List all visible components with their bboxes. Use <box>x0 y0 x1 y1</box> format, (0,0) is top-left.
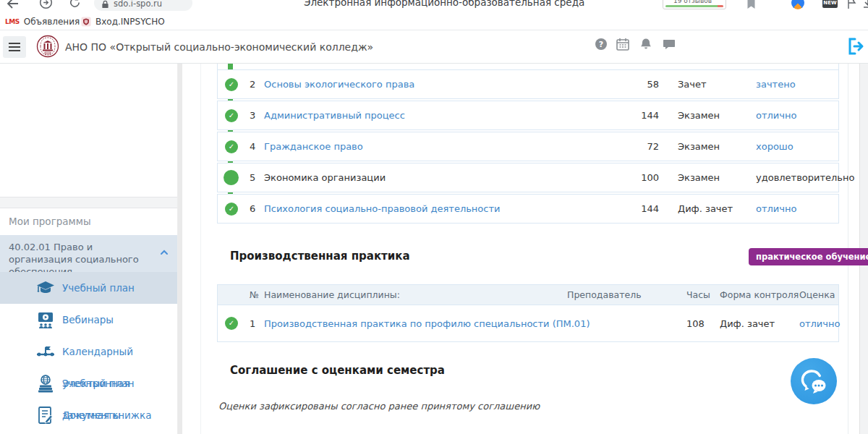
bookmark-label: Объявления <box>24 17 80 27</box>
row-number: 2 <box>250 70 255 98</box>
logout-icon[interactable] <box>845 36 865 56</box>
org-title: АНО ПО «Открытый социально-экономический… <box>65 30 373 64</box>
sidebar-item-webinars[interactable]: Вебинары <box>0 304 177 336</box>
new-extension-badge[interactable]: NEW <box>822 0 838 8</box>
milestone-icon <box>36 342 55 361</box>
progress-dot-icon <box>224 170 239 185</box>
discipline-row: 5 Экономика организации 100 Экзамен удов… <box>217 163 839 192</box>
discipline-link[interactable]: Психология социально-правовой деятельнос… <box>264 195 501 223</box>
rating-bar <box>665 5 723 7</box>
hours: 72 <box>627 132 659 161</box>
practice-link[interactable]: Производственная практика по профилю спе… <box>264 305 590 341</box>
hours: 58 <box>627 70 659 98</box>
sidebar-item-label: Календарный учебный план <box>62 336 177 367</box>
globe-books-icon <box>36 374 55 393</box>
practice-row: ✓ 1 Производственная практика по профилю… <box>218 305 838 341</box>
grade-link[interactable]: отлично <box>756 195 796 223</box>
browser-page-title: Электронная информационно-образовательна… <box>304 0 584 8</box>
reload-icon[interactable] <box>68 0 82 9</box>
col-number: № <box>250 285 259 305</box>
row-number: 6 <box>250 195 255 223</box>
practice-table: № Наименование дисциплины: Преподаватель… <box>217 284 839 342</box>
bell-icon[interactable] <box>639 38 652 51</box>
row-number: 5 <box>250 163 255 192</box>
menu-toggle-button[interactable] <box>3 36 26 58</box>
chevron-up-icon <box>160 248 169 257</box>
browser-profile-icon[interactable] <box>791 0 804 9</box>
sidebar-item-label: Учебный план <box>62 272 135 304</box>
discipline-row: ✓ 6 Психология социально-правовой деятел… <box>217 194 839 224</box>
calendar-icon[interactable] <box>616 38 629 51</box>
control-form: Экзамен <box>678 132 720 161</box>
back-icon[interactable] <box>6 0 20 11</box>
check-circle-icon: ✓ <box>225 78 238 91</box>
check-circle-icon: ✓ <box>225 203 238 216</box>
url-text: sdo.i-spo.ru <box>114 0 162 9</box>
control-form: Экзамен <box>678 101 720 129</box>
report-flag-icon[interactable] <box>846 0 858 9</box>
hours: 144 <box>627 195 659 223</box>
sidebar-item-gradebook[interactable]: Электронная зачетная книжка <box>0 367 177 399</box>
grade-link[interactable]: отлично <box>799 305 840 341</box>
truncated-row <box>217 64 839 69</box>
bookmark-label: Вход.INPSYCHO <box>95 17 165 27</box>
col-teacher: Преподаватель <box>567 285 642 305</box>
discipline-link[interactable]: Основы экологического права <box>264 70 414 98</box>
grade-link[interactable]: хорошо <box>756 132 793 161</box>
sidebar-divider <box>0 197 177 208</box>
sidebar-item-label: Документы <box>62 399 121 431</box>
hours: 144 <box>627 101 659 129</box>
bookmark-flag-icon[interactable] <box>746 0 756 9</box>
sidebar-item-curriculum[interactable]: Учебный план <box>0 272 177 304</box>
check-circle-icon: ✓ <box>225 140 238 153</box>
discipline-name: Экономика организации <box>264 163 386 192</box>
forward-circle-icon[interactable] <box>39 0 53 9</box>
discipline-link[interactable]: Административный процесс <box>264 101 405 129</box>
bookmark-lms[interactable]: LMS Объявления <box>5 13 80 30</box>
practice-table-header: № Наименование дисциплины: Преподаватель… <box>218 285 838 305</box>
control-form: Зачет <box>678 70 707 98</box>
sidebar-section-title: Мои программы <box>0 208 177 235</box>
col-grade: Оценка <box>799 285 835 305</box>
sidebar-item-label: Электронная зачетная книжка <box>62 367 177 399</box>
hours: 108 <box>686 305 705 341</box>
sidebar-item-calendar-plan[interactable]: Календарный учебный план <box>0 336 177 367</box>
agreement-note: Оценки зафиксированы согласно ранее прин… <box>218 401 540 412</box>
control-form: Диф. зачет <box>678 195 733 223</box>
col-hours: Часы <box>686 285 710 305</box>
grade-link[interactable]: отлично <box>756 101 796 129</box>
college-logo[interactable] <box>36 35 59 58</box>
sidebar-scrollbar[interactable] <box>178 64 182 434</box>
chat-bubbles-icon <box>800 368 827 394</box>
row-number: 4 <box>250 132 255 161</box>
lock-icon <box>101 0 109 9</box>
agreement-section-title: Соглашение с оценками семестра <box>230 364 445 377</box>
graduation-cap-icon <box>36 278 55 297</box>
reviews-widget[interactable]: 19 отзывов <box>663 0 726 9</box>
bookmark-inpsycho[interactable]: Вход.INPSYCHO <box>81 13 165 30</box>
document-icon <box>36 406 55 425</box>
grade-link[interactable]: зачтено <box>756 70 796 98</box>
chat-widget-button[interactable] <box>791 358 837 404</box>
discipline-row: ✓ 4 Гражданское право 72 Экзамен хорошо <box>217 132 839 161</box>
reviews-label: 19 отзывов <box>673 0 712 4</box>
download-icon[interactable] <box>862 0 868 9</box>
messages-icon[interactable] <box>663 38 676 51</box>
check-circle-icon: ✓ <box>225 109 238 122</box>
sidebar-item-documents[interactable]: Документы <box>0 399 177 431</box>
col-form: Форма контроля <box>720 285 799 305</box>
address-bar[interactable]: sdo.i-spo.ru <box>94 0 192 11</box>
col-name: Наименование дисциплины: <box>264 285 400 305</box>
discipline-link[interactable]: Гражданское право <box>264 132 363 161</box>
sidebar: Мои программы 40.02.01 Право и организац… <box>0 64 178 434</box>
row-number: 1 <box>250 305 255 341</box>
sidebar-item-label: Вебинары <box>62 304 114 336</box>
sidebar-program-header[interactable]: 40.02.01 Право и организация социального… <box>0 235 177 272</box>
hours: 100 <box>627 163 659 192</box>
practice-section-title: Производственная практика <box>230 250 410 263</box>
help-icon[interactable]: ? <box>595 38 608 51</box>
practice-badge: практическое обучение <box>749 248 868 265</box>
grade: удовлетворительно <box>756 163 855 192</box>
webinar-icon <box>36 310 55 329</box>
control-form: Диф. зачет <box>720 305 775 341</box>
